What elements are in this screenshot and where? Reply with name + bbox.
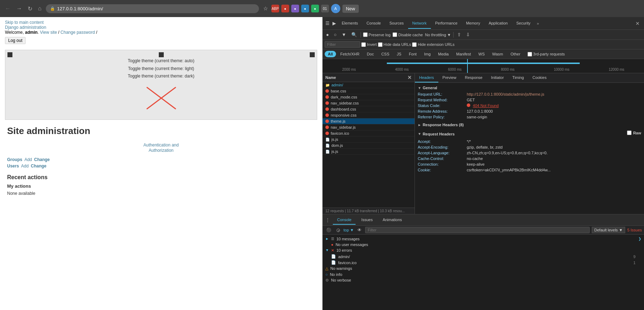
- tab-memory[interactable]: Memory: [462, 18, 485, 29]
- tab-sources[interactable]: Sources: [385, 18, 408, 29]
- list-item[interactable]: favicon.ico: [323, 130, 415, 137]
- address-bar[interactable]: 🔒 127.0.0.1:8000/admin/: [46, 4, 259, 13]
- console-item-verbose[interactable]: ⚙ No verbose: [323, 277, 644, 283]
- tab-more[interactable]: »: [535, 18, 541, 28]
- console-item-errors[interactable]: ▼ ✕ 10 errors: [323, 247, 644, 253]
- django-admin-link[interactable]: Django administration: [5, 25, 46, 30]
- hide-data-urls-label[interactable]: Hide data URLs: [378, 42, 411, 47]
- list-item[interactable]: 📄 js.js: [323, 137, 415, 143]
- reload-button[interactable]: ↻: [26, 4, 34, 14]
- list-item[interactable]: base.css: [323, 88, 415, 94]
- filter-btn[interactable]: ▼: [340, 31, 348, 38]
- groups-add-link[interactable]: Add: [25, 157, 32, 162]
- export-btn[interactable]: ⇩: [465, 31, 471, 38]
- devtools-close-btn[interactable]: ✕: [633, 18, 643, 29]
- pill-media[interactable]: Media: [435, 51, 452, 57]
- sub-item-admin[interactable]: 📄 admin/ 9: [323, 253, 644, 260]
- hide-data-urls-checkbox[interactable]: [378, 42, 383, 47]
- headers-tab-response[interactable]: Response: [461, 73, 487, 82]
- console-context-select[interactable]: top ▼: [343, 228, 354, 232]
- raw-checkbox[interactable]: [627, 130, 632, 135]
- search-btn[interactable]: 🔍: [350, 31, 358, 38]
- headers-tab-preview[interactable]: Preview: [438, 73, 461, 82]
- pill-js[interactable]: JS: [394, 51, 405, 57]
- ext-num-icon[interactable]: 01: [321, 5, 329, 12]
- new-tab-button[interactable]: New: [342, 5, 359, 13]
- devtools-inspect-btn[interactable]: ▶: [331, 20, 337, 27]
- headers-tab-timing[interactable]: Timing: [508, 73, 528, 82]
- devtools-toggle-btn[interactable]: ☰: [324, 20, 331, 27]
- list-item[interactable]: 📄 dom.js: [323, 143, 415, 149]
- throttling-select[interactable]: No throttling ▼: [425, 33, 451, 37]
- pill-font[interactable]: Font: [406, 51, 420, 57]
- tab-console-console[interactable]: Console: [333, 215, 356, 225]
- users-link[interactable]: Users: [7, 164, 19, 169]
- tab-performance[interactable]: Performance: [431, 18, 462, 29]
- request-headers-section-title[interactable]: ▼ Request Headers Raw: [418, 130, 641, 137]
- console-filter-input[interactable]: [365, 227, 590, 233]
- tab-elements[interactable]: Elements: [337, 18, 362, 29]
- pill-all[interactable]: All: [325, 51, 336, 57]
- invert-label[interactable]: Invert: [361, 42, 377, 47]
- console-ban-btn[interactable]: ⚫: [325, 227, 333, 233]
- headers-tab-headers[interactable]: Headers: [415, 73, 438, 82]
- tab-application[interactable]: Application: [485, 18, 512, 29]
- pill-img[interactable]: Img: [421, 51, 434, 57]
- pill-fetch-xhr[interactable]: Fetch/XHR: [337, 51, 363, 57]
- pill-ws[interactable]: WS: [475, 51, 488, 57]
- list-item[interactable]: 📁 admin/: [323, 82, 415, 88]
- list-item[interactable]: nav_sidebar.css: [323, 100, 415, 106]
- network-filter-input[interactable]: [325, 41, 360, 48]
- invert-checkbox[interactable]: [361, 42, 366, 47]
- groups-change-link[interactable]: Change: [34, 157, 50, 162]
- pill-manifest[interactable]: Manifest: [453, 51, 474, 57]
- list-item[interactable]: 📄 js.js: [323, 149, 415, 155]
- pill-css[interactable]: CSS: [378, 51, 393, 57]
- pill-other[interactable]: Other: [507, 51, 524, 57]
- users-add-link[interactable]: Add: [21, 164, 28, 169]
- tab-network[interactable]: Network: [408, 18, 431, 29]
- hide-ext-urls-label[interactable]: Hide extension URLs: [412, 42, 454, 47]
- stream-arrow[interactable]: ❯: [638, 237, 641, 241]
- list-item-selected[interactable]: theme.js: [323, 118, 415, 124]
- console-handle-icon[interactable]: ⋮: [325, 217, 330, 223]
- ext-green-icon[interactable]: ●: [311, 5, 319, 12]
- users-change-link[interactable]: Change: [31, 164, 47, 169]
- console-item-info[interactable]: ○ No info: [323, 272, 644, 277]
- view-site-link[interactable]: View site: [40, 30, 57, 35]
- auth-link[interactable]: Authentication andAuthorization: [144, 143, 179, 153]
- console-item-messages[interactable]: ► ☰ 10 messages ❯: [323, 236, 644, 242]
- forward-button[interactable]: →: [15, 4, 23, 13]
- console-eye-btn[interactable]: 👁: [356, 227, 363, 233]
- headers-tab-initiator[interactable]: Initiator: [487, 73, 508, 82]
- disable-cache-label[interactable]: Disable cache: [393, 32, 423, 37]
- ext-red-icon[interactable]: ●: [281, 5, 289, 12]
- skip-link[interactable]: Skip to main content: [5, 20, 44, 25]
- expand-arrow-messages[interactable]: ►: [325, 237, 329, 241]
- pill-wasm[interactable]: Wasm: [489, 51, 507, 57]
- general-section-title[interactable]: ▼ General: [418, 86, 641, 90]
- home-button[interactable]: ⌂: [37, 4, 43, 13]
- expand-arrow-errors[interactable]: ▼: [325, 248, 329, 252]
- profile-icon[interactable]: A: [331, 4, 340, 13]
- import-btn[interactable]: ⇧: [456, 31, 462, 38]
- list-item[interactable]: dashboard.css: [323, 106, 415, 112]
- tab-console-animations[interactable]: Animations: [378, 215, 406, 225]
- list-item[interactable]: responsive.css: [323, 112, 415, 118]
- logout-button[interactable]: Log out: [5, 37, 26, 44]
- groups-link[interactable]: Groups: [7, 157, 22, 162]
- tab-console[interactable]: Console: [362, 18, 385, 29]
- console-clear-btn[interactable]: ◶: [335, 227, 341, 233]
- hide-ext-urls-checkbox[interactable]: [412, 42, 417, 47]
- sub-item-favicon[interactable]: 📄 favicon.ico 1: [323, 260, 644, 266]
- record-btn[interactable]: ●: [325, 31, 330, 38]
- clear-btn[interactable]: ○: [332, 31, 338, 38]
- console-item-warnings[interactable]: △ No warnings: [323, 266, 644, 272]
- preserve-log-label[interactable]: Preserve log: [363, 32, 391, 37]
- ext-purple-icon[interactable]: ●: [291, 5, 299, 12]
- back-button[interactable]: ←: [4, 4, 12, 13]
- preserve-log-checkbox[interactable]: [363, 32, 368, 37]
- ext-blue-icon[interactable]: ●: [301, 5, 309, 12]
- response-headers-section-title[interactable]: ► Response Headers (8): [418, 123, 641, 127]
- third-party-checkbox[interactable]: [527, 52, 532, 57]
